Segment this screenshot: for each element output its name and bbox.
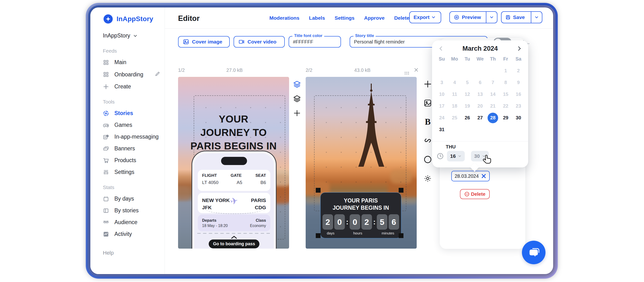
editor-tool-rail: B [423,80,432,183]
selection-handle[interactable] [316,188,320,193]
clear-date-icon[interactable] [480,173,487,179]
calendar-day[interactable]: 13 [474,88,486,100]
calendar-day[interactable]: 8 [499,77,512,88]
add-element-icon[interactable] [423,80,432,89]
add-layer-icon[interactable] [293,109,301,117]
sidebar-item-in-app-messaging[interactable]: ! In-app-messaging [103,134,164,140]
cover-video-button[interactable]: Cover video [234,36,285,48]
sidebar-item-products[interactable]: Products [103,157,164,164]
layers-active-icon[interactable] [293,80,301,88]
calendar-day[interactable]: 15 [499,88,512,100]
calendar-day[interactable]: 12 [461,88,474,100]
sidebar-item-create[interactable]: Create [103,83,164,90]
hour-select[interactable]: 16 [447,151,465,162]
next-month-icon[interactable] [516,46,522,52]
save-chevron-icon[interactable] [531,12,542,23]
calendar-day[interactable]: 16 [512,88,525,100]
sidebar-item-by-days[interactable]: By days [103,196,164,202]
sidebar-item-stories[interactable]: Stories [103,110,164,116]
countdown-digit: 0 [350,214,360,230]
scheduled-date-field[interactable]: 28.03.2024 [451,171,490,181]
sidebar-item-by-stories[interactable]: By stories [103,207,164,214]
text-tool-icon[interactable]: B [425,118,430,126]
slide2-canvas[interactable]: YOUR PARIS JOURNEY BEGINS IN 2 0 : 0 2 :… [306,77,417,248]
calendar-day[interactable]: 1 [499,65,512,77]
calendar-day[interactable]: 11 [448,88,461,100]
pencil-icon[interactable] [155,71,160,78]
calendar-day[interactable]: 17 [436,100,448,112]
calendar-day[interactable]: 14 [486,88,499,100]
calendar-day[interactable]: 29 [499,112,512,124]
calendar-day[interactable]: 30 [512,112,525,124]
countdown-digit: 6 [388,214,399,230]
sidebar-item-help[interactable]: Help [103,250,164,256]
nav-labels[interactable]: Labels [309,15,325,21]
countdown-widget[interactable]: YOUR PARIS JOURNEY BEGINS IN 2 0 : 0 2 :… [320,193,401,238]
calendar-day[interactable]: 25 [448,112,461,124]
prev-month-icon[interactable] [438,46,444,52]
calendar-day[interactable]: 23 [512,100,525,112]
sidebar-item-settings[interactable]: Settings [103,169,164,175]
delete-schedule-button[interactable]: Delete [460,189,490,199]
calendar-day[interactable]: 24 [436,112,448,124]
save-floppy-icon [505,15,511,20]
sidebar-item-main[interactable]: Main [103,59,164,66]
slide1-canvas[interactable]: YOUR JOURNEY TO PARIS BEGINS IN FLIGHT G… [178,77,289,248]
sidebar-item-activity[interactable]: Activity [103,231,164,237]
link-tool-icon[interactable] [424,136,432,145]
weekday-header: SuMoTuWeThFrSa [436,56,525,62]
slide2-drag-handle-icon[interactable] [405,68,409,74]
calendar-day[interactable]: 9 [512,77,525,88]
selected-weekday-label: THU [446,144,456,150]
shape-tool-icon[interactable] [423,155,432,164]
selection-handle[interactable] [316,233,320,238]
calendar-day[interactable]: 4 [448,77,461,88]
departure-card: Departs18 May - 18:20 ClassEconomy [198,214,270,231]
slide2-close-icon[interactable] [413,67,419,74]
boarding-pass-cta[interactable]: Go to boarding pass [208,240,259,248]
nav-approve[interactable]: Approve [364,15,384,21]
cover-image-button[interactable]: Cover image [178,36,230,48]
nav-moderations[interactable]: Moderations [269,15,300,21]
calendar-day[interactable]: 22 [499,100,512,112]
export-chevron-icon[interactable] [430,12,439,23]
sidebar-item-audience[interactable]: Audience [103,219,164,226]
calendar-day[interactable]: 18 [448,100,461,112]
minute-select[interactable]: 30 [471,151,489,162]
nav-settings[interactable]: Settings [334,15,354,21]
layers-icon[interactable] [293,95,301,103]
title-font-color-field[interactable]: Title font color #FFFFFF [288,36,341,48]
calendar-day[interactable]: 26 [461,112,474,124]
slide1-headline[interactable]: YOUR JOURNEY TO PARIS BEGINS IN [178,112,289,153]
calendar-day[interactable]: 20 [474,100,486,112]
section-title-stats: Stats [103,184,164,190]
sidebar-item-onboarding[interactable]: Onboarding [103,71,164,78]
save-button[interactable]: Save [501,11,542,23]
calendar-day[interactable]: 3 [436,77,448,88]
calendar-day[interactable]: 10 [436,88,448,100]
settings-tool-icon[interactable] [424,174,432,183]
sidebar-item-banners[interactable]: Banners [103,145,164,152]
selection-handle[interactable] [399,233,404,238]
calendar-day[interactable]: 27 [474,112,486,124]
sidebar-item-games[interactable]: Games [103,122,164,128]
calendar-day[interactable]: 21 [486,100,499,112]
calendar-day[interactable]: 7 [486,77,499,88]
workspace-selector[interactable]: InAppStory [103,32,164,39]
selection-handle[interactable] [399,188,404,193]
calendar-day[interactable]: 6 [474,77,486,88]
nav-delete[interactable]: Delete [394,15,409,21]
export-button[interactable]: Export [409,11,441,23]
calendar-day[interactable]: 19 [461,100,474,112]
chat-widget-button[interactable] [522,241,546,264]
logo[interactable]: InAppStory [103,14,164,24]
calendar-day[interactable]: 28 [486,112,499,124]
calendar-day[interactable]: 31 [436,124,448,136]
image-tool-icon[interactable] [424,99,432,107]
image-icon [183,39,189,45]
preview-button[interactable]: Preview [449,11,498,23]
preview-chevron-icon[interactable] [486,12,497,23]
section-title-tools: Tools [103,99,164,105]
calendar-day[interactable]: 2 [512,65,525,77]
calendar-day[interactable]: 5 [461,77,474,88]
